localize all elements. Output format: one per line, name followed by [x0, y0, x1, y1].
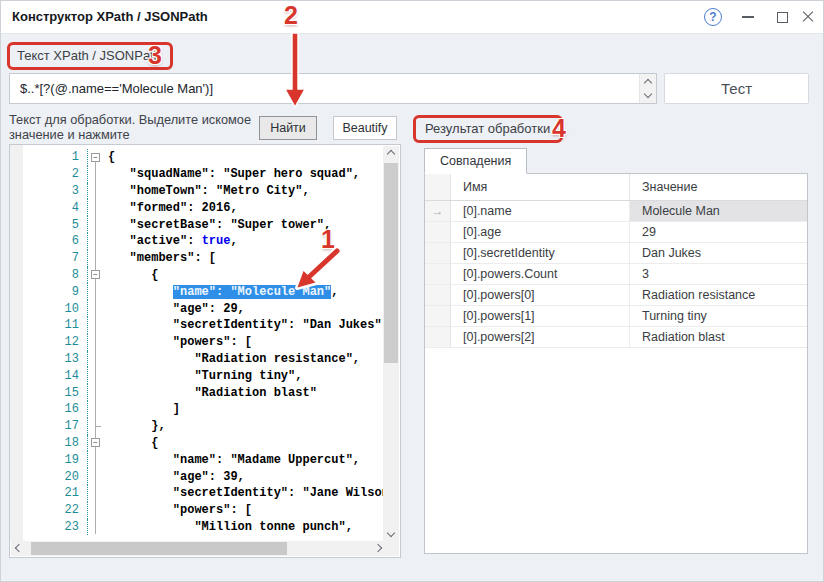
line-number: 6 — [24, 233, 88, 250]
result-label: Результат обработки — [425, 121, 550, 136]
line-number: 13 — [24, 351, 88, 368]
fold-column — [88, 519, 103, 536]
editor-vertical-scrollbar[interactable] — [383, 146, 399, 541]
table-row[interactable]: →[0].nameMolecule Man — [425, 201, 807, 222]
horizontal-scroll-thumb[interactable] — [31, 542, 287, 555]
code-text: "formed": 2016, — [103, 201, 238, 215]
fold-column — [88, 367, 103, 384]
code-text: "age": 39, — [103, 470, 245, 484]
find-button-label: Найти — [270, 121, 306, 135]
table-row[interactable]: [0].age29 — [425, 222, 807, 243]
cell-value[interactable]: Radiation resistance — [630, 285, 807, 305]
column-header-value[interactable]: Значение — [630, 174, 807, 200]
code-line[interactable]: 10 "age": 29, — [24, 300, 383, 317]
fold-collapse-icon[interactable]: − — [91, 438, 100, 447]
cell-name[interactable]: [0].powers[0] — [451, 285, 630, 305]
cell-value[interactable]: Radiation blast — [630, 327, 807, 347]
find-button[interactable]: Найти — [259, 116, 317, 140]
annotation-arrow-diagonal — [289, 244, 347, 296]
code-line[interactable]: 11 "secretIdentity": "Dan Jukes", — [24, 317, 383, 334]
scroll-left-icon[interactable] — [11, 540, 27, 556]
table-row[interactable]: [0].powers[1]Turning tiny — [425, 306, 807, 327]
cell-value[interactable]: Molecule Man — [630, 201, 807, 221]
test-button[interactable]: Тест — [664, 73, 809, 104]
table-row[interactable]: [0].powers[2]Radiation blast — [425, 327, 807, 348]
line-number: 10 — [24, 300, 88, 317]
fold-column — [88, 401, 103, 418]
code-line[interactable]: 12 "powers": [ — [24, 334, 383, 351]
cell-value[interactable]: 3 — [630, 264, 807, 284]
table-row[interactable]: [0].powers[0]Radiation resistance — [425, 285, 807, 306]
fold-column — [88, 283, 103, 300]
editor-lines: 1−{2 "squadName": "Super hero squad",3 "… — [24, 149, 383, 541]
code-line[interactable]: 4 "formed": 2016, — [24, 199, 383, 216]
fold-column — [88, 384, 103, 401]
fold-column — [88, 317, 103, 334]
code-line[interactable]: 18− { — [24, 435, 383, 452]
table-row[interactable]: [0].secretIdentityDan Jukes — [425, 243, 807, 264]
cell-name[interactable]: [0].age — [451, 222, 630, 242]
scroll-down-icon[interactable] — [644, 90, 652, 98]
code-line[interactable]: 1−{ — [24, 149, 383, 166]
row-indicator-cell — [425, 306, 451, 326]
close-icon — [801, 10, 815, 24]
code-text: { — [103, 436, 158, 450]
code-text: "Radiation resistance", — [103, 352, 360, 366]
code-line[interactable]: 3 "homeTown": "Metro City", — [24, 183, 383, 200]
cell-name[interactable]: [0].name — [451, 201, 630, 221]
cell-name[interactable]: [0].secretIdentity — [451, 243, 630, 263]
fold-column — [88, 166, 103, 183]
line-number: 4 — [24, 199, 88, 216]
code-text: "Million tonne punch", — [103, 520, 353, 534]
fold-column — [88, 250, 103, 267]
maximize-button[interactable] — [771, 6, 793, 28]
code-text: { — [103, 150, 115, 164]
help-button[interactable]: ? — [702, 6, 724, 28]
scroll-up-icon[interactable] — [644, 79, 652, 87]
code-text: "powers": [ — [103, 335, 252, 349]
tab-matches-label: Совпадения — [440, 154, 511, 168]
column-header-name[interactable]: Имя — [451, 174, 630, 200]
line-number: 16 — [24, 401, 88, 418]
title-bar: Конструктор XPath / JSONPath ? — [1, 1, 823, 34]
question-mark-icon: ? — [704, 8, 722, 26]
cell-name[interactable]: [0].powers.Count — [451, 264, 630, 284]
code-line[interactable]: 22 "powers": [ — [24, 502, 383, 519]
code-line[interactable]: 15 "Radiation blast" — [24, 384, 383, 401]
code-line[interactable]: 13 "Radiation resistance", — [24, 351, 383, 368]
code-line[interactable]: 2 "squadName": "Super hero squad", — [24, 166, 383, 183]
minimize-button[interactable] — [737, 6, 759, 28]
code-line[interactable]: 21 "secretIdentity": "Jane Wilson", — [24, 485, 383, 502]
cell-name[interactable]: [0].powers[1] — [451, 306, 630, 326]
table-row[interactable]: [0].powers.Count3 — [425, 264, 807, 285]
xpath-query-input[interactable]: $..*[?(@.name=='Molecule Man')] — [9, 73, 657, 104]
code-line[interactable]: 14 "Turning tiny", — [24, 367, 383, 384]
cell-value[interactable]: Dan Jukes — [630, 243, 807, 263]
fold-collapse-icon[interactable]: − — [91, 153, 100, 162]
query-input-scrollbar[interactable] — [639, 74, 656, 103]
vertical-scroll-thumb[interactable] — [384, 163, 398, 363]
code-line[interactable]: 19 "name": "Madame Uppercut", — [24, 451, 383, 468]
cell-value[interactable]: 29 — [630, 222, 807, 242]
beautify-button[interactable]: Beautify — [333, 116, 397, 140]
code-text: { — [103, 268, 158, 282]
tab-matches[interactable]: Совпадения — [424, 148, 527, 174]
app-window: Конструктор XPath / JSONPath ? Текст XPa… — [0, 0, 824, 582]
fold-column — [88, 216, 103, 233]
result-label-callout: Результат обработки — [413, 115, 563, 143]
code-line[interactable]: 16 ] — [24, 401, 383, 418]
code-line[interactable]: 23 "Million tonne punch", — [24, 519, 383, 536]
code-line[interactable]: 17 }, — [24, 418, 383, 435]
editor-horizontal-scrollbar[interactable] — [11, 541, 386, 556]
line-number: 19 — [24, 451, 88, 468]
close-button[interactable] — [797, 6, 819, 28]
json-source-editor[interactable]: 1−{2 "squadName": "Super hero squad",3 "… — [9, 144, 401, 558]
cell-name[interactable]: [0].powers[2] — [451, 327, 630, 347]
cell-value[interactable]: Turning tiny — [630, 306, 807, 326]
fold-collapse-icon[interactable]: − — [91, 270, 100, 279]
code-line[interactable]: 20 "age": 39, — [24, 468, 383, 485]
line-number: 14 — [24, 367, 88, 384]
scroll-down-icon[interactable] — [383, 525, 399, 541]
scroll-up-icon[interactable] — [383, 146, 399, 162]
code-text: "powers": [ — [103, 503, 252, 517]
